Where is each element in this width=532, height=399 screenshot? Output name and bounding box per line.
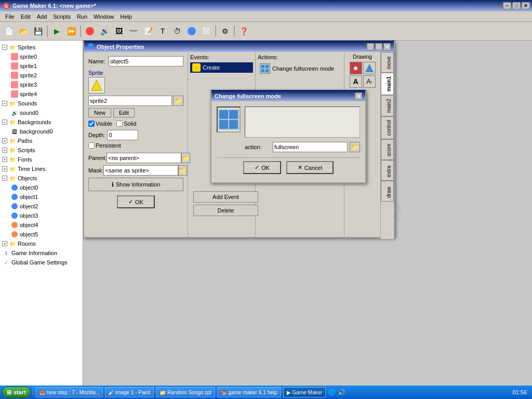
sprites-expand[interactable]: − <box>2 45 7 50</box>
taskbar-help[interactable]: 📚 game maker 6.1 help <box>217 387 281 397</box>
tree-sprites-group[interactable]: − 📁 Sprites <box>0 43 83 52</box>
persistent-checkbox[interactable] <box>88 142 95 149</box>
chg-cancel-btn[interactable]: ✕ Cancel <box>286 161 334 174</box>
action-field-input[interactable] <box>273 142 348 152</box>
draw-icon-4[interactable]: Ai <box>363 75 376 88</box>
draw-icon-1[interactable]: ● <box>350 62 362 74</box>
save-btn[interactable]: 💾 <box>31 24 45 38</box>
tree-sound0[interactable]: 🔊 sound0 <box>8 108 83 117</box>
visible-checkbox[interactable] <box>88 121 95 127</box>
tree-sounds-group[interactable]: − 📁 Sounds <box>0 99 83 108</box>
debug-btn[interactable]: ⏩ <box>64 24 78 38</box>
menu-window[interactable]: Window <box>90 12 117 21</box>
tab-score[interactable]: score <box>381 139 394 160</box>
menu-run[interactable]: Run <box>74 12 90 21</box>
timelines-expand[interactable]: + <box>2 166 7 171</box>
tree-paths-group[interactable]: + 📁 Paths <box>0 136 83 145</box>
help-btn[interactable]: ❓ <box>237 24 250 38</box>
tab-extra[interactable]: extra <box>381 160 394 181</box>
obj-close-btn[interactable]: ✕ <box>383 43 391 50</box>
menu-scripts[interactable]: Scripts <box>50 12 74 21</box>
taskbar-gamemaker[interactable]: ▶ Game Maker <box>283 387 326 397</box>
tree-sprite3[interactable]: sprite3 <box>8 80 83 89</box>
backgrounds-expand[interactable]: − <box>2 119 7 125</box>
sounds-expand[interactable]: − <box>2 101 7 106</box>
tree-object3[interactable]: object3 <box>8 211 83 220</box>
tab-main1[interactable]: main1 <box>381 73 394 95</box>
tree-object2[interactable]: object2 <box>8 202 83 211</box>
tab-control[interactable]: control <box>381 116 394 139</box>
tree-scripts-group[interactable]: + 📁 Scripts <box>0 145 83 155</box>
create-event-item[interactable]: ! Create <box>190 62 253 73</box>
rooms-expand[interactable]: + <box>2 241 7 246</box>
chg-close-btn[interactable]: ✕ <box>355 92 362 100</box>
settings-btn[interactable]: ⚙ <box>218 24 232 38</box>
action-folder-btn[interactable]: 📁 <box>350 142 360 152</box>
tree-object1[interactable]: object1 <box>8 192 83 202</box>
tree-objects-group[interactable]: − 📁 Objects <box>0 174 83 183</box>
delete-event-btn[interactable]: Delete <box>193 205 258 216</box>
mask-select[interactable] <box>103 165 178 176</box>
sprite-select[interactable] <box>88 96 172 106</box>
tree-timelines-group[interactable]: + 📁 Time Lines <box>0 164 83 174</box>
edit-sprite-btn[interactable]: Edit <box>113 108 135 117</box>
fonts-expand[interactable]: + <box>2 157 7 162</box>
object-btn[interactable] <box>185 24 198 38</box>
chg-ok-btn[interactable]: ✓ OK <box>243 161 281 174</box>
parent-select[interactable] <box>107 153 181 163</box>
tree-background0[interactable]: 🖼 background0 <box>8 127 83 136</box>
run-btn[interactable]: ▶ <box>50 24 63 38</box>
change-fullscreen-action[interactable]: Change fullscreen mode <box>258 62 342 75</box>
taskbar-paint[interactable]: 🖌 image 1 - Paint <box>105 387 154 397</box>
tree-sprite1[interactable]: sprite1 <box>8 61 83 71</box>
solid-checkbox[interactable] <box>116 121 123 127</box>
font-btn[interactable]: T <box>156 24 169 38</box>
menu-file[interactable]: File <box>2 12 18 21</box>
tree-object0[interactable]: object0 <box>8 183 83 192</box>
objects-expand[interactable]: − <box>2 176 7 181</box>
obj-minimize-btn[interactable]: _ <box>367 43 374 50</box>
start-button[interactable]: ⊞ start <box>2 387 31 398</box>
scripts-expand[interactable]: + <box>2 148 7 153</box>
sound-btn[interactable]: 🔊 <box>98 24 111 38</box>
new-btn[interactable]: 📄 <box>2 24 16 38</box>
path-btn[interactable]: 〰 <box>127 24 140 38</box>
maximize-button[interactable]: □ <box>512 2 521 9</box>
obj-ok-btn[interactable]: ✓ OK <box>117 195 155 208</box>
open-btn[interactable]: 📂 <box>17 24 30 38</box>
mask-folder-btn[interactable]: 📁 <box>178 165 187 176</box>
room-btn[interactable]: ⬜ <box>200 24 213 38</box>
timeline-btn[interactable]: ⏱ <box>170 24 184 38</box>
tab-main2[interactable]: main2 <box>381 95 394 116</box>
tab-move[interactable]: move <box>381 52 394 73</box>
close-button[interactable]: ✕ <box>522 2 530 9</box>
taskbar-songs[interactable]: 📁 Random Songs.zpl <box>156 387 215 397</box>
show-info-btn[interactable]: ℹ Show Information <box>88 178 183 191</box>
obj-maximize-btn[interactable]: □ <box>375 43 382 50</box>
script-btn[interactable]: 📝 <box>141 24 155 38</box>
name-input[interactable] <box>109 56 183 66</box>
tree-object5[interactable]: object5 <box>8 230 83 239</box>
tree-backgrounds-group[interactable]: − 📁 Backgrounds <box>0 117 83 127</box>
draw-icon-2[interactable] <box>363 62 376 74</box>
new-sprite-btn[interactable]: New <box>88 108 111 117</box>
tree-object4[interactable]: object4 <box>8 220 83 230</box>
sprite-btn[interactable] <box>83 24 97 38</box>
sprite-folder-btn[interactable]: 📁 <box>173 96 183 106</box>
menu-add[interactable]: Add <box>34 12 50 21</box>
taskbar-mozilla[interactable]: 🦊 new step : 7 - Mozilla... <box>35 387 103 397</box>
tab-draw[interactable]: draw <box>381 181 394 202</box>
tree-sprite2[interactable]: sprite2 <box>8 71 83 80</box>
tree-sprite4[interactable]: sprite4 <box>8 89 83 99</box>
depth-input[interactable] <box>107 130 138 140</box>
draw-icon-3[interactable]: A <box>350 75 362 88</box>
tree-sprite0[interactable]: sprite0 <box>8 52 83 61</box>
menu-edit[interactable]: Edit <box>18 12 34 21</box>
menu-help[interactable]: Help <box>117 12 135 21</box>
add-event-btn[interactable]: Add Event <box>193 191 258 203</box>
minimize-button[interactable]: − <box>503 2 511 9</box>
tree-rooms-group[interactable]: + 📁 Rooms <box>0 239 83 248</box>
tree-fonts-group[interactable]: + 📁 Fonts <box>0 155 83 164</box>
bg-btn[interactable]: 🖼 <box>112 24 126 38</box>
tree-game-info[interactable]: ℹ Game Information <box>0 248 83 258</box>
